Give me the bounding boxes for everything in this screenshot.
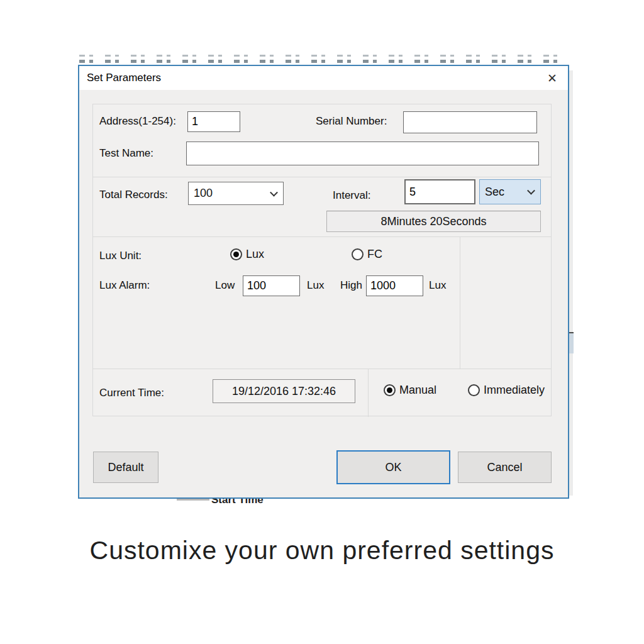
test-name-input[interactable] bbox=[186, 142, 539, 165]
current-time-display: 19/12/2016 17:32:46 bbox=[213, 379, 355, 403]
duration-display: 8Minutes 20Seconds bbox=[326, 211, 541, 232]
current-time-value: 19/12/2016 17:32:46 bbox=[232, 385, 336, 398]
background-clipped-text: Start Time bbox=[211, 498, 287, 504]
lux-unit-label: Lux Unit: bbox=[99, 250, 142, 262]
manual-radio[interactable]: Manual bbox=[384, 384, 436, 397]
caption-text: Customixe your own preferred settings bbox=[0, 536, 644, 565]
radio-icon bbox=[384, 384, 396, 396]
page: Start Time Set Parameters ✕ Address(1-25… bbox=[0, 0, 644, 644]
high-unit-label: Lux bbox=[429, 279, 446, 292]
default-button[interactable]: Default bbox=[93, 452, 158, 483]
divider bbox=[368, 369, 369, 417]
immediately-radio-label: Immediately bbox=[484, 384, 545, 397]
set-parameters-dialog: Set Parameters ✕ Address(1-254): Serial … bbox=[78, 65, 569, 499]
lux-alarm-low-input[interactable] bbox=[243, 275, 300, 296]
duration-text: 8Minutes 20Seconds bbox=[380, 215, 486, 228]
ok-button[interactable]: OK bbox=[336, 450, 450, 484]
serial-number-label: Serial Number: bbox=[316, 115, 387, 128]
total-records-value: 100 bbox=[194, 187, 213, 200]
address-input[interactable] bbox=[187, 111, 240, 132]
interval-input[interactable] bbox=[404, 179, 475, 204]
current-time-label: Current Time: bbox=[99, 387, 164, 399]
chevron-down-icon bbox=[527, 187, 535, 195]
radio-icon bbox=[352, 248, 364, 260]
address-label: Address(1-254): bbox=[99, 115, 176, 128]
interval-unit-combobox[interactable]: Sec bbox=[479, 179, 541, 204]
divider bbox=[93, 177, 551, 177]
background-scrollbar-track bbox=[569, 70, 573, 496]
fc-radio-label: FC bbox=[367, 248, 382, 261]
lux-radio-label: Lux bbox=[246, 248, 264, 261]
radio-icon bbox=[468, 384, 480, 396]
immediately-radio[interactable]: Immediately bbox=[468, 384, 545, 397]
dialog-title: Set Parameters bbox=[87, 72, 161, 84]
interval-label: Interval: bbox=[333, 189, 370, 202]
divider bbox=[93, 369, 551, 369]
background-window-artifact-top bbox=[79, 55, 564, 57]
lux-alarm-high-input[interactable] bbox=[366, 275, 423, 296]
low-unit-label: Lux bbox=[307, 279, 324, 292]
cancel-button[interactable]: Cancel bbox=[458, 452, 552, 483]
background-clipped-label: Start Time bbox=[211, 498, 287, 504]
dialog-titlebar: Set Parameters ✕ bbox=[79, 66, 568, 90]
background-window-artifact-top2 bbox=[79, 60, 564, 63]
divider bbox=[460, 236, 460, 369]
test-name-label: Test Name: bbox=[99, 147, 153, 160]
low-label: Low bbox=[215, 279, 235, 292]
chevron-down-icon bbox=[270, 188, 278, 196]
fc-radio[interactable]: FC bbox=[352, 248, 382, 261]
serial-number-input[interactable] bbox=[403, 111, 537, 133]
divider bbox=[93, 236, 551, 237]
total-records-label: Total Records: bbox=[99, 189, 168, 201]
interval-unit-value: Sec bbox=[485, 186, 504, 199]
total-records-combobox[interactable]: 100 bbox=[188, 182, 284, 205]
lux-alarm-label: Lux Alarm: bbox=[99, 279, 150, 292]
parameters-group: Address(1-254): Serial Number: Test Name… bbox=[92, 104, 552, 416]
high-label: High bbox=[340, 279, 362, 292]
manual-radio-label: Manual bbox=[399, 384, 436, 397]
radio-icon bbox=[230, 248, 242, 260]
close-icon[interactable]: ✕ bbox=[543, 69, 562, 87]
lux-radio[interactable]: Lux bbox=[230, 248, 264, 261]
